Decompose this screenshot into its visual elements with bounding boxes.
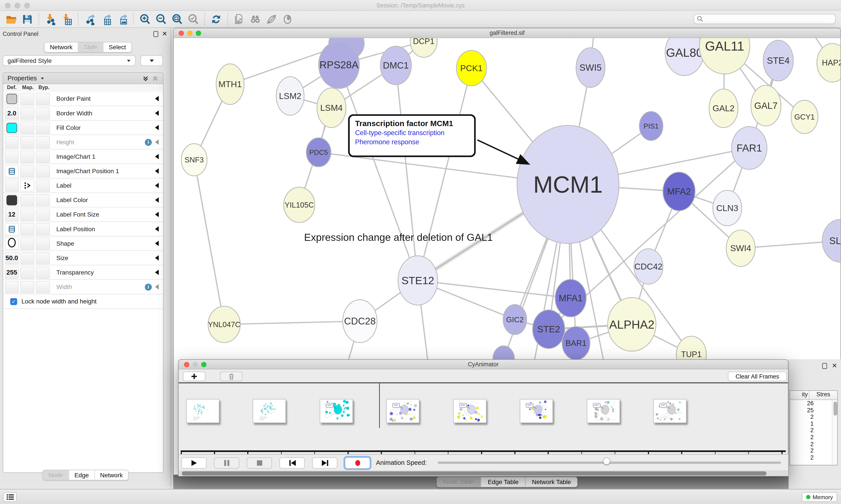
bypass-cell[interactable] <box>36 107 50 119</box>
results-table-row[interactable]: 2 <box>790 414 837 420</box>
node-RPS28A[interactable]: RPS28A <box>319 41 359 89</box>
property-row-size[interactable]: 50.0Size <box>3 251 163 265</box>
import-table-button[interactable] <box>58 12 74 26</box>
show-details-button[interactable] <box>280 12 296 26</box>
mapping-cell[interactable] <box>20 223 34 235</box>
property-row-image-chart-position-1[interactable]: Image/Chart Position 1 <box>3 164 163 178</box>
node-PDC5[interactable]: PDC5 <box>306 138 331 167</box>
collapse-chevron-icon[interactable] <box>155 255 159 260</box>
bypass-cell[interactable] <box>36 223 50 235</box>
zoom-fit-button[interactable] <box>169 12 185 26</box>
frame-thumbnail-3[interactable] <box>386 399 419 423</box>
property-row-border-width[interactable]: 2.0Border Width <box>3 106 163 121</box>
collapse-chevron-icon[interactable] <box>155 241 159 246</box>
zoom-selected-button[interactable] <box>185 12 201 26</box>
property-row-image-chart-1[interactable]: Image/Chart 1 <box>3 149 163 164</box>
node-SWI5[interactable]: SWI5 <box>576 48 605 87</box>
property-row-label[interactable]: Label <box>3 179 163 193</box>
zoom-out-button[interactable] <box>153 12 169 26</box>
mapping-cell[interactable] <box>20 266 34 278</box>
skip-end-button[interactable] <box>312 457 337 469</box>
cyanimator-hscrollbar[interactable] <box>179 470 788 476</box>
results-table-row[interactable]: 26 <box>790 400 837 407</box>
default-value-cell[interactable] <box>5 122 19 134</box>
results-table-row[interactable]: 2 <box>790 434 837 440</box>
node-MFA2[interactable]: MFA2 <box>663 172 695 211</box>
property-row-label-position[interactable]: Label Position <box>3 222 163 236</box>
frame-thumbnail-4[interactable] <box>453 399 486 423</box>
results-table[interactable]: ity Stres 26252122222 <box>789 390 838 466</box>
default-value-cell[interactable] <box>5 281 19 293</box>
collapse-chevron-icon[interactable] <box>155 197 159 202</box>
bypass-cell[interactable] <box>36 208 50 220</box>
property-row-fill-color[interactable]: Fill Color <box>3 121 163 135</box>
lock-size-row[interactable]: ✓ Lock node width and height <box>3 294 163 309</box>
add-frame-button[interactable] <box>183 372 205 381</box>
zoom-in-button[interactable] <box>137 12 153 26</box>
search-box[interactable] <box>694 14 836 24</box>
default-value-cell[interactable] <box>5 194 19 206</box>
tab-edge[interactable]: Edge <box>69 470 94 480</box>
pause-button[interactable] <box>214 457 239 469</box>
node-LSM4[interactable]: LSM4 <box>317 88 346 128</box>
collapse-chevron-icon[interactable] <box>155 270 159 275</box>
node-GAL7[interactable]: GAL7 <box>751 85 781 126</box>
property-row-transparency[interactable]: 255Transparency <box>3 265 163 280</box>
properties-header[interactable]: Properties <box>3 73 163 84</box>
save-button[interactable] <box>19 12 35 26</box>
mapping-cell[interactable] <box>20 92 34 105</box>
float-panel-icon[interactable] <box>153 31 158 37</box>
property-row-shape[interactable]: Shape <box>3 236 163 251</box>
mapping-cell[interactable] <box>20 179 34 192</box>
node-HAP2[interactable]: HAP2 <box>817 43 841 82</box>
collapse-chevron-icon[interactable] <box>155 110 159 115</box>
export-image-button[interactable] <box>114 12 130 26</box>
task-history-button[interactable] <box>3 492 17 502</box>
default-value-cell[interactable] <box>5 223 19 235</box>
default-value-cell[interactable] <box>5 165 19 177</box>
play-button[interactable] <box>181 457 207 469</box>
import-network-button[interactable] <box>42 12 58 26</box>
mapping-cell[interactable] <box>20 252 34 264</box>
export-table-button[interactable] <box>98 12 114 26</box>
mapping-cell[interactable] <box>20 208 34 220</box>
export-network-button[interactable] <box>82 12 97 26</box>
node-MTH1[interactable]: MTH1 <box>216 64 244 105</box>
info-icon[interactable]: i <box>145 139 152 146</box>
frame-thumbnail-0[interactable] <box>186 399 219 423</box>
mapping-cell[interactable] <box>20 165 34 177</box>
mapping-cell[interactable] <box>20 194 34 206</box>
cyanimator-titlebar[interactable]: CyAnimator <box>179 360 788 370</box>
bypass-cell[interactable] <box>36 252 50 264</box>
style-dropdown[interactable]: galFiltered Style <box>3 55 136 66</box>
float-panel-icon[interactable] <box>822 363 827 369</box>
node-GAL2[interactable]: GAL2 <box>709 89 738 128</box>
node-CDC42[interactable]: CDC42 <box>634 249 663 284</box>
collapse-chevron-icon[interactable] <box>155 154 159 159</box>
frame-thumbnail-6[interactable] <box>587 399 620 423</box>
node-PIS1[interactable]: PIS1 <box>639 111 663 140</box>
node-FAR1[interactable]: FAR1 <box>732 127 767 169</box>
collapse-chevron-icon[interactable] <box>155 96 159 101</box>
mapping-cell[interactable] <box>20 122 34 134</box>
collapse-chevron-icon[interactable] <box>155 183 159 188</box>
network-window-titlebar[interactable]: galFiltered.sif <box>174 29 840 38</box>
collapse-chevron-icon[interactable] <box>155 125 159 130</box>
tab-style[interactable]: Style <box>78 42 103 52</box>
default-value-cell[interactable] <box>5 92 19 105</box>
collapse-chevron-icon[interactable] <box>155 226 159 231</box>
timeline-playhead[interactable] <box>379 383 380 428</box>
node-PCK1[interactable]: PCK1 <box>457 50 486 86</box>
node-STE4[interactable]: STE4 <box>763 40 793 81</box>
node-DMC1[interactable]: DMC1 <box>380 46 411 85</box>
results-table-row[interactable]: 1 <box>790 420 837 427</box>
open-button[interactable] <box>3 12 19 26</box>
property-row-label-color[interactable]: Label Color <box>3 193 163 208</box>
default-value-cell[interactable]: 255 <box>5 266 19 278</box>
frame-thumbnail-5[interactable] <box>520 399 553 423</box>
tab-edge-table[interactable]: Edge Table <box>481 477 525 487</box>
tab-node[interactable]: Node <box>43 470 68 480</box>
hide-details-button[interactable] <box>263 12 279 26</box>
collapse-chevron-icon[interactable] <box>155 284 159 289</box>
tab-select[interactable]: Select <box>103 42 131 52</box>
